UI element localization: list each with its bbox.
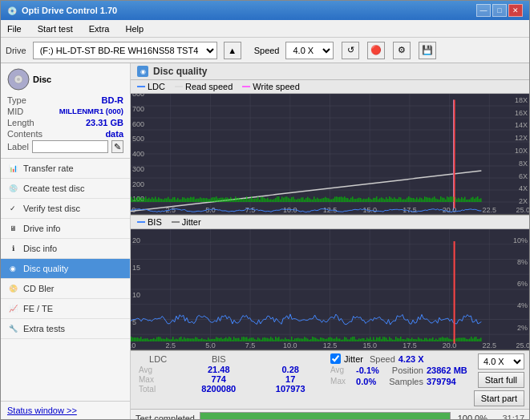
- verify-test-disc-label: Verify test disc: [23, 204, 80, 213]
- menu-extra[interactable]: Extra: [86, 22, 113, 35]
- window-title: 💿 Opti Drive Control 1.70: [7, 6, 117, 15]
- window-controls: — □ ✕: [476, 4, 523, 17]
- start-full-button[interactable]: Start full: [478, 372, 524, 388]
- sidebar: Disc Type BD-R MID MILLENMR1 (000) Lengt…: [1, 63, 131, 419]
- maximize-button[interactable]: □: [492, 4, 507, 17]
- disc-info-icon: ℹ: [7, 243, 18, 254]
- svg-point-2: [17, 78, 20, 81]
- total-label: Total: [136, 384, 180, 394]
- chart-header: ◉ Disc quality: [131, 63, 529, 80]
- speed-select-2[interactable]: 4.0 X: [478, 353, 524, 370]
- refresh-button[interactable]: ↺: [342, 42, 359, 59]
- max-jitter: 0.0%: [356, 377, 376, 386]
- disc-icon: [7, 68, 30, 91]
- label-row: Label ✎: [7, 140, 123, 153]
- chart-area: LDC Read speed Write speed: [131, 80, 529, 419]
- stats-table: LDC BIS Avg 21.48 0.28: [136, 353, 324, 394]
- total-bis: 107973: [257, 384, 324, 394]
- disc-panel: Disc Type BD-R MID MILLENMR1 (000) Lengt…: [1, 63, 130, 159]
- drive-label: Drive: [6, 46, 26, 55]
- create-test-disc-label: Create test disc: [23, 184, 84, 193]
- sidebar-item-disc-quality[interactable]: ◉Disc quality: [1, 259, 130, 279]
- label-input[interactable]: [32, 140, 108, 153]
- cd-bler-label: CD Bler: [23, 284, 55, 293]
- menu-help[interactable]: Help: [122, 22, 147, 35]
- toolbar: Drive (F:) HL-DT-ST BD-RE WH16NS58 TST4 …: [1, 38, 529, 63]
- speed-label-2: Speed: [370, 354, 395, 364]
- chart-legend-2: BIS Jitter: [131, 215, 529, 229]
- sidebar-item-drive-info[interactable]: 🖥Drive info: [1, 219, 130, 239]
- col-bis-header: BIS: [180, 353, 257, 365]
- minimize-button[interactable]: —: [476, 4, 491, 17]
- max-jitter-row: Max 0.0% Samples 379794: [330, 377, 467, 386]
- progress-percent: 100.0%: [455, 414, 488, 419]
- status-window-button[interactable]: Status window >>: [7, 406, 77, 415]
- jitter-checkbox[interactable]: [330, 353, 341, 364]
- start-part-button[interactable]: Start part: [474, 390, 524, 406]
- status-window-section: Status window >>: [1, 401, 130, 419]
- app-icon: 💿: [7, 6, 17, 15]
- legend-read-speed: Read speed: [175, 82, 233, 91]
- extra-tests-label: Extra tests: [23, 324, 65, 333]
- transfer-rate-label: Transfer rate: [23, 164, 74, 173]
- jitter-dot: [172, 221, 180, 223]
- bis-chart-canvas: [131, 229, 529, 349]
- max-ldc: 774: [180, 374, 257, 384]
- right-panel: ◉ Disc quality LDC Read speed: [131, 63, 529, 419]
- sidebar-item-verify-test-disc[interactable]: ✓Verify test disc: [1, 199, 130, 219]
- disc-quality-icon: ◉: [7, 263, 18, 274]
- mid-row: MID MILLENMR1 (000): [7, 107, 123, 116]
- chart-1: [131, 94, 529, 215]
- cd-bler-icon: 📀: [7, 283, 18, 294]
- speed-select[interactable]: 4.0 X: [285, 42, 334, 59]
- burn-button[interactable]: 🔴: [367, 42, 385, 59]
- jitter-speed-section: Jitter Speed 4.23 X Avg -0.1% Position 2…: [330, 353, 467, 386]
- sidebar-item-cd-bler[interactable]: 📀CD Bler: [1, 279, 130, 299]
- drive-info-icon: 🖥: [7, 223, 18, 234]
- progress-bar-outer: [200, 412, 451, 419]
- status-text: Test completed: [136, 414, 195, 419]
- legend-jitter: Jitter: [172, 217, 201, 227]
- save-button[interactable]: 💾: [419, 42, 436, 59]
- avg-bis: 0.28: [257, 365, 324, 374]
- avg-label: Avg: [136, 365, 180, 374]
- legend-write-speed: Write speed: [242, 82, 300, 91]
- legend-ldc: LDC: [137, 82, 165, 91]
- close-button[interactable]: ✕: [508, 4, 523, 17]
- main-content: Disc Type BD-R MID MILLENMR1 (000) Lengt…: [1, 63, 529, 419]
- sidebar-item-extra-tests[interactable]: 🔧Extra tests: [1, 319, 130, 339]
- drive-info-label: Drive info: [23, 224, 60, 233]
- drive-select[interactable]: (F:) HL-DT-ST BD-RE WH16NS58 TST4: [33, 42, 217, 59]
- settings-button[interactable]: ⚙: [393, 42, 411, 59]
- label-edit-button[interactable]: ✎: [111, 140, 123, 153]
- menu-file[interactable]: File: [4, 22, 25, 35]
- sidebar-menu: 📊Transfer rate💿Create test disc✓Verify t…: [1, 159, 130, 401]
- chart-icon: ◉: [137, 66, 148, 77]
- speed-value: 4.23 X: [399, 354, 424, 364]
- stats-area: LDC BIS Avg 21.48 0.28: [131, 350, 529, 409]
- bis-dot: [137, 221, 145, 223]
- samples-label: Samples: [389, 377, 423, 386]
- fe-te-label: FE / TE: [23, 304, 53, 313]
- contents-row: Contents data: [7, 129, 123, 139]
- jitter-row: Jitter Speed 4.23 X: [330, 353, 467, 364]
- menu-bar: File Start test Extra Help: [1, 20, 529, 38]
- disc-title: Disc: [33, 75, 51, 84]
- max-label: Max: [136, 374, 180, 384]
- app-window: 💿 Opti Drive Control 1.70 — □ ✕ File Sta…: [0, 0, 530, 420]
- length-row: Length 23.31 GB: [7, 118, 123, 127]
- action-section: 4.0 X Start full Start part: [474, 353, 524, 406]
- fe-te-icon: 📈: [7, 303, 18, 314]
- verify-test-disc-icon: ✓: [7, 203, 18, 214]
- ldc-chart-canvas: [131, 94, 529, 214]
- sidebar-item-disc-info[interactable]: ℹDisc info: [1, 239, 130, 259]
- col-ldc-header: LDC: [136, 353, 180, 365]
- menu-start-test[interactable]: Start test: [34, 22, 76, 35]
- chart-title: Disc quality: [153, 66, 207, 77]
- sidebar-item-create-test-disc[interactable]: 💿Create test disc: [1, 179, 130, 199]
- sidebar-item-transfer-rate[interactable]: 📊Transfer rate: [1, 159, 130, 179]
- eject-button[interactable]: ▲: [224, 42, 241, 59]
- sidebar-item-fe-te[interactable]: 📈FE / TE: [1, 299, 130, 319]
- progress-area: Test completed 100.0% 31:17: [131, 409, 529, 419]
- disc-quality-label: Disc quality: [23, 264, 68, 273]
